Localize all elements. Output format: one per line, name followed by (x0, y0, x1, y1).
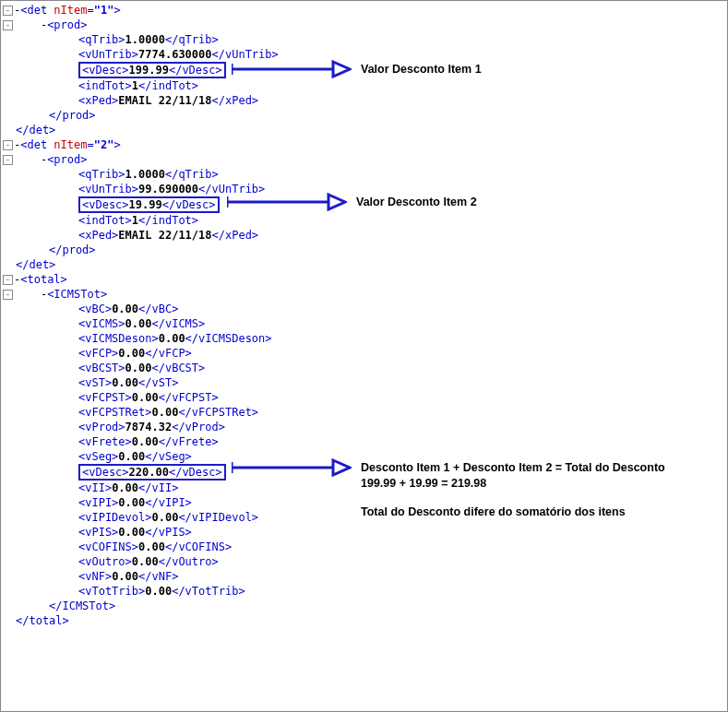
line-prod1-close: </prod> (3, 108, 727, 123)
line-icmstot-close: </ICMSTot> (3, 599, 727, 613)
line-prod2-open: - -<prod> (3, 152, 727, 167)
highlight-vdesc1: <vDesc>199.99</vDesc> (78, 62, 226, 78)
line-qTrib2: <qTrib>1.0000</qTrib> (3, 167, 727, 182)
collapse-icon[interactable]: - (3, 20, 13, 30)
collapse-icon[interactable]: - (3, 140, 13, 150)
line-total-close: </total> (3, 613, 727, 628)
line-vPIS: <vPIS>0.00</vPIS> (3, 525, 727, 540)
line-vBC: <vBC>0.00</vBC> (3, 302, 727, 316)
line-xPed1: <xPed>EMAIL 22/11/18</xPed> (3, 93, 727, 108)
line-vCOFINS: <vCOFINS>0.00</vCOFINS> (3, 540, 727, 554)
line-vFCPST: <vFCPST>0.00</vFCPST> (3, 390, 727, 405)
line-det2-open: --<det nItem="2"> (3, 137, 727, 152)
line-vICMS: <vICMS>0.00</vICMS> (3, 316, 727, 331)
collapse-icon[interactable]: - (3, 6, 13, 16)
line-xPed2: <xPed>EMAIL 22/11/18</xPed> (3, 228, 727, 243)
line-vOutro: <vOutro>0.00</vOutro> (3, 554, 727, 569)
xml-view: --<det nItem="1"> - -<prod> <qTrib>1.000… (0, 0, 728, 712)
line-prod2-close: </prod> (3, 243, 727, 257)
line-vNF: <vNF>0.00</vNF> (3, 569, 727, 584)
line-qTrib1: <qTrib>1.0000</qTrib> (3, 32, 727, 47)
annotation-2: Valor Desconto Item 2 (356, 195, 477, 210)
annotation-3-line1: Desconto Item 1 + Desconto Item 2 = Tota… (361, 460, 721, 476)
annotation-3: Desconto Item 1 + Desconto Item 2 = Tota… (361, 460, 721, 520)
collapse-icon[interactable]: - (3, 290, 13, 300)
line-vST: <vST>0.00</vST> (3, 375, 727, 390)
annotation-3-line3: Total do Desconto difere do somatório do… (361, 504, 721, 520)
highlight-vdesc-total: <vDesc>220.00</vDesc> (78, 464, 226, 481)
line-vTotTrib: <vTotTrib>0.00</vTotTrib> (3, 584, 727, 599)
line-vBCST: <vBCST>0.00</vBCST> (3, 361, 727, 375)
line-icmstot-open: - -<ICMSTot> (3, 287, 727, 302)
line-vUnTrib1: <vUnTrib>7774.630000</vUnTrib> (3, 47, 727, 62)
line-det1-open: --<det nItem="1"> (3, 3, 727, 18)
annotation-3-line2: 199.99 + 19.99 = 219.98 (361, 476, 721, 492)
code-block: --<det nItem="1"> - -<prod> <qTrib>1.000… (1, 1, 727, 628)
line-total-open: --<total> (3, 272, 727, 287)
line-vFCP: <vFCP>0.00</vFCP> (3, 346, 727, 361)
line-indTot2: <indTot>1</indTot> (3, 213, 727, 228)
line-vFrete: <vFrete>0.00</vFrete> (3, 434, 727, 449)
line-vProd: <vProd>7874.32</vProd> (3, 420, 727, 434)
line-prod1-open: - -<prod> (3, 18, 727, 32)
annotation-1: Valor Desconto Item 1 (361, 62, 482, 77)
line-indTot1: <indTot>1</indTot> (3, 78, 727, 93)
line-det1-close: </det> (3, 123, 727, 137)
line-vICMSDeson: <vICMSDeson>0.00</vICMSDeson> (3, 331, 727, 346)
collapse-icon[interactable]: - (3, 275, 13, 285)
collapse-icon[interactable]: - (3, 155, 13, 165)
line-vFCPSTRet: <vFCPSTRet>0.00</vFCPSTRet> (3, 405, 727, 420)
line-det2-close: </det> (3, 257, 727, 272)
highlight-vdesc2: <vDesc>19.99</vDesc> (78, 196, 220, 213)
